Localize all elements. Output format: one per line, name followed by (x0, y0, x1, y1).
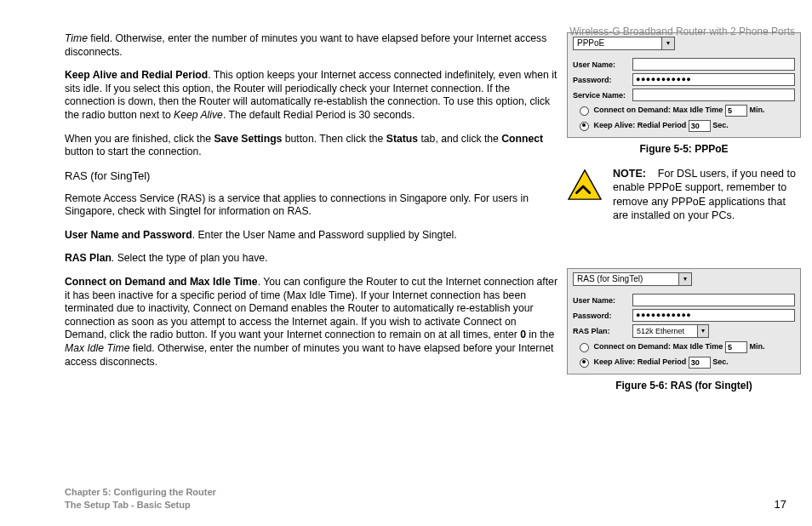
ras-plan-value: 512k Ethernet (637, 327, 684, 335)
rasplan-bold: RAS Plan (65, 252, 112, 264)
chevron-down-icon: ▾ (678, 273, 691, 285)
ras-dropdown[interactable]: RAS (for SingTel) ▾ (573, 272, 692, 286)
ras-username-label: User Name: (573, 296, 632, 305)
ras-dropdown-label: RAS (for SingTel) (577, 274, 643, 283)
chevron-down-icon: ▾ (697, 325, 708, 337)
note-block: NOTE: For DSL users, if you need to enab… (567, 167, 801, 222)
zero-bold: 0 (520, 329, 526, 340)
para-keep-alive: Keep Alive and Redial Period. This optio… (65, 69, 558, 122)
para-cod: Connect on Demand and Max Idle Time. You… (65, 276, 558, 369)
page-number: 17 (775, 498, 786, 511)
password-input[interactable]: ●●●●●●●●●●● (632, 73, 795, 86)
p5t: . Enter the User Name and Password suppl… (192, 229, 457, 241)
servicename-input[interactable] (632, 89, 795, 101)
pppoe-dropdown[interactable]: PPPoE ▾ (573, 37, 675, 50)
ras-cod-label: Connect on Demand: Max Idle Time (594, 342, 723, 351)
maxidle-input[interactable]: 5 (725, 105, 747, 117)
para-finish: When you are finished, click the Save Se… (65, 133, 558, 159)
footer-subtitle: The Setup Tab - Basic Setup (65, 499, 216, 511)
min-unit: Min. (749, 106, 764, 114)
userpass-bold: User Name and Password (65, 229, 192, 241)
figure-5-5-caption: Figure 5-5: PPPoE (567, 143, 801, 155)
page-footer: Chapter 5: Configuring the Router The Se… (65, 486, 786, 511)
body-text: Time field. Otherwise, enter the number … (65, 32, 558, 403)
footer-chapter: Chapter 5: Configuring the Router (65, 486, 216, 498)
ras-redial-input[interactable]: 30 (689, 357, 711, 369)
cod-bold: Connect on Demand and Max Idle Time (65, 276, 258, 288)
warning-icon (567, 169, 603, 201)
p3a: When you are finished, click the (65, 133, 214, 145)
ras-password-input[interactable]: ●●●●●●●●●●● (632, 309, 795, 322)
figure-column: PPPoE ▾ User Name: Password: ●●●●●●●●●●●… (567, 32, 801, 403)
maxidle-italic: Max Idle Time (65, 342, 129, 354)
p3e: button to start the connection. (65, 146, 202, 157)
note-label: NOTE: (613, 168, 646, 180)
ras-plan-dropdown[interactable]: 512k Ethernet ▾ (632, 324, 709, 338)
ras-maxidle-input[interactable]: 5 (725, 341, 747, 353)
p3d: tab, and click the (418, 133, 501, 145)
cod-option-label: Connect on Demand: Max Idle Time (594, 106, 723, 114)
figure-5-5-panel: PPPoE ▾ User Name: Password: ●●●●●●●●●●●… (567, 32, 801, 138)
redial-input[interactable]: 30 (689, 120, 711, 132)
keepalive-bold: Keep Alive and Redial Period (65, 69, 208, 81)
para-userpass: User Name and Password. Enter the User N… (65, 229, 558, 243)
ras-keepalive-option[interactable]: Keep Alive: Redial Period 30 Sec. (580, 357, 795, 369)
connect-bold: Connect (501, 133, 543, 145)
time-italic: Time (65, 32, 88, 44)
save-settings-bold: Save Settings (214, 133, 282, 145)
p7t2: in the (526, 329, 554, 340)
p7t3: field. Otherwise, enter the number of mi… (65, 342, 553, 368)
p1b: field. Otherwise, enter the number of mi… (65, 32, 546, 58)
figure-5-6-panel: RAS (for SingTel) ▾ User Name: Password:… (567, 268, 801, 374)
radio-checked-icon (580, 358, 589, 368)
para-time-field: Time field. Otherwise, enter the number … (65, 32, 558, 59)
product-header: Wireless-G Broadband Router with 2 Phone… (569, 26, 795, 37)
ras-sec-unit: Sec. (712, 357, 729, 366)
para-rasplan: RAS Plan. Select the type of plan you ha… (65, 252, 558, 266)
keepalive-option[interactable]: Keep Alive: Redial Period 30 Sec. (580, 120, 795, 132)
cod-option[interactable]: Connect on Demand: Max Idle Time 5 Min. (580, 105, 795, 117)
status-bold: Status (386, 133, 418, 145)
ras-keepalive-label: Keep Alive: Redial Period (594, 357, 687, 366)
p3c: button. Then click the (282, 133, 386, 145)
password-label: Password: (573, 76, 632, 84)
p6t: . Select the type of plan you have. (112, 252, 268, 264)
radio-unchecked-icon (580, 106, 589, 116)
pppoe-dropdown-label: PPPoE (577, 38, 604, 48)
p2t2: . The default Redial Period is 30 second… (223, 109, 415, 121)
ras-heading: RAS (for SingTel) (65, 169, 558, 184)
keepalive-option-label: Keep Alive: Redial Period (594, 121, 687, 129)
username-label: User Name: (573, 60, 632, 69)
username-input[interactable] (632, 58, 795, 71)
keepalive-italic: Keep Alive (174, 109, 223, 121)
servicename-label: Service Name: (573, 91, 632, 100)
sec-unit: Sec. (712, 121, 729, 129)
ras-password-label: Password: (573, 312, 632, 320)
ras-min-unit: Min. (749, 342, 764, 351)
ras-cod-option[interactable]: Connect on Demand: Max Idle Time 5 Min. (580, 341, 795, 353)
chevron-down-icon: ▾ (661, 37, 674, 49)
ras-plan-label: RAS Plan: (573, 327, 632, 335)
figure-5-6-caption: Figure 5-6: RAS (for Singtel) (567, 380, 801, 392)
para-ras-intro: Remote Access Service (RAS) is a service… (65, 192, 558, 219)
radio-checked-icon (580, 122, 589, 131)
radio-unchecked-icon (580, 343, 589, 352)
ras-username-input[interactable] (632, 294, 795, 306)
svg-marker-0 (569, 170, 601, 199)
